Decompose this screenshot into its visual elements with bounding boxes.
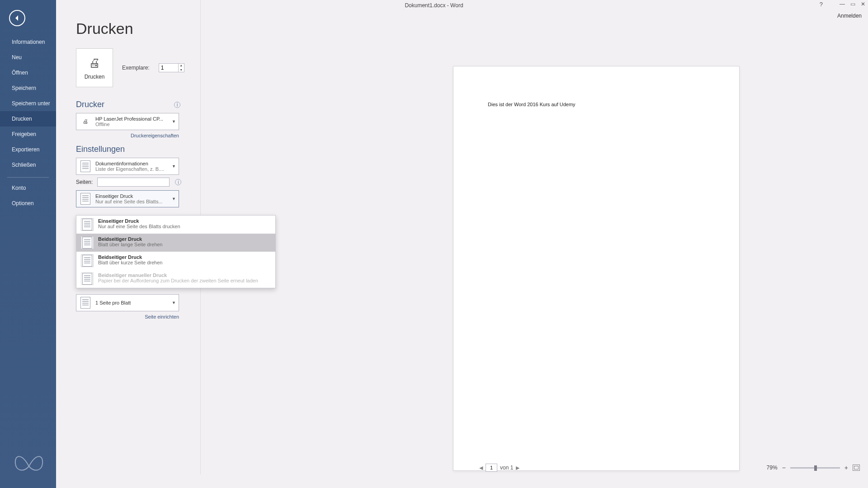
zoom-value: 79% <box>767 465 778 471</box>
page-preview: Dies ist der Word 2016 Kurs auf Udemy <box>453 66 740 471</box>
pages-input[interactable] <box>97 178 170 187</box>
nav-item-konto[interactable]: Konto <box>0 180 56 196</box>
zoom-controls: 79% − + <box>767 464 860 471</box>
printer-name: HP LaserJet Professional CP... <box>95 116 163 122</box>
printer-section-header: Drucker i <box>76 100 200 109</box>
duplex-option-sub: Papier bei der Aufforderung zum Drucken … <box>98 278 258 283</box>
nav-item-neu[interactable]: Neu <box>0 50 56 65</box>
duplex-flyout: Einseitiger DruckNur auf eine Seite des … <box>76 215 276 288</box>
duplex-option-title: Beidseitiger Druck <box>98 254 162 260</box>
page-icon <box>81 254 94 267</box>
back-button[interactable] <box>9 10 25 26</box>
print-what-dropdown[interactable]: Dokumentinformationen Liste der Eigensch… <box>76 158 179 175</box>
document-preview-text: Dies ist der Word 2016 Kurs auf Udemy <box>488 102 576 107</box>
duplex-option-sub: Blatt über kurze Seite drehen <box>98 260 162 265</box>
duplex-option-title: Einseitiger Druck <box>98 218 180 224</box>
page-icon <box>81 236 94 249</box>
prev-page-icon[interactable]: ◀ <box>479 465 483 471</box>
chevron-down-icon: ▼ <box>172 119 176 124</box>
document-info-icon <box>79 160 92 173</box>
duplex-option-1[interactable]: Beidseitiger DruckBlatt über lange Seite… <box>76 234 275 252</box>
pages-per-sheet-dropdown[interactable]: 1 Seite pro Blatt ▼ <box>76 294 179 311</box>
duplex-option-sub: Blatt über lange Seite drehen <box>98 242 163 247</box>
duplex-dropdown[interactable]: Einseitiger Druck Nur auf eine Seite des… <box>76 190 179 207</box>
printer-info-icon[interactable]: i <box>174 102 180 108</box>
nav-item-öffnen[interactable]: Öffnen <box>0 65 56 80</box>
nav-item-drucken[interactable]: Drucken <box>0 111 56 127</box>
page-title: Drucken <box>76 20 200 38</box>
zoom-slider[interactable] <box>790 467 840 469</box>
zoom-slider-thumb[interactable] <box>814 465 817 471</box>
zoom-in-button[interactable]: + <box>844 464 848 471</box>
nav-item-speichern-unter[interactable]: Speichern unter <box>0 96 56 111</box>
duplex-option-0[interactable]: Einseitiger DruckNur auf eine Seite des … <box>76 216 275 234</box>
zoom-out-button[interactable]: − <box>782 464 786 471</box>
nav-item-informationen[interactable]: Informationen <box>0 34 56 50</box>
print-button[interactable]: 🖨 Drucken <box>76 48 113 87</box>
pages-info-icon[interactable]: i <box>175 179 181 185</box>
printer-properties-link[interactable]: Druckereigenschaften <box>76 133 179 138</box>
nav-item-freigeben[interactable]: Freigeben <box>0 127 56 142</box>
copies-spinner[interactable]: ▲ ▼ <box>159 63 184 72</box>
duplex-option-title: Beidseitiger Druck <box>98 236 163 242</box>
chevron-down-icon: ▼ <box>172 300 176 305</box>
preview-area: Dies ist der Word 2016 Kurs auf Udemy ◀ … <box>259 0 868 474</box>
spinner-up-icon[interactable]: ▲ <box>179 63 184 68</box>
settings-section-header: Einstellungen <box>76 145 200 154</box>
pages-row: Seiten: i <box>76 178 200 187</box>
nav-item-exportieren[interactable]: Exportieren <box>0 142 56 157</box>
zoom-fit-button[interactable] <box>853 465 860 471</box>
current-page-input[interactable] <box>486 464 497 472</box>
print-button-label: Drucken <box>85 74 105 80</box>
backstage-sidebar: InformationenNeuÖffnenSpeichernSpeichern… <box>0 0 56 488</box>
duplex-option-sub: Nur auf eine Seite des Blatts drucken <box>98 224 180 229</box>
pages-label: Seiten: <box>76 179 93 185</box>
page-navigator: ◀ von 1 ▶ <box>479 464 519 472</box>
chevron-down-icon: ▼ <box>172 197 176 201</box>
page-icon <box>81 218 94 231</box>
copies-label: Exemplare: <box>122 65 150 71</box>
printer-status-icon: 🖨 <box>79 115 92 128</box>
nav-item-speichern[interactable]: Speichern <box>0 80 56 96</box>
page-total-label: von 1 <box>500 465 513 471</box>
page-icon <box>81 272 94 285</box>
next-page-icon[interactable]: ▶ <box>516 465 519 471</box>
spinner-down-icon[interactable]: ▼ <box>179 68 184 72</box>
arrow-left-icon <box>14 14 21 22</box>
butterfly-logo-icon <box>13 448 45 477</box>
copies-input[interactable] <box>159 65 178 71</box>
preview-statusbar: ◀ von 1 ▶ 79% − + <box>461 461 868 474</box>
nav-item-optionen[interactable]: Optionen <box>0 196 56 211</box>
page-setup-link[interactable]: Seite einrichten <box>76 314 179 319</box>
duplex-option-3: Beidseitiger manueller DruckPapier bei d… <box>76 270 275 288</box>
printer-icon: 🖨 <box>89 56 100 70</box>
print-block: 🖨 Drucken Exemplare: ▲ ▼ <box>76 48 200 87</box>
single-page-icon <box>79 192 92 205</box>
page-layout-icon <box>79 296 92 309</box>
nav-separator <box>7 177 49 178</box>
chevron-down-icon: ▼ <box>172 164 176 169</box>
printer-status: Offline <box>95 122 163 127</box>
printer-dropdown[interactable]: 🖨 HP LaserJet Professional CP... Offline… <box>76 113 179 130</box>
duplex-option-2[interactable]: Beidseitiger DruckBlatt über kurze Seite… <box>76 252 275 270</box>
nav-item-schließen[interactable]: Schließen <box>0 157 56 173</box>
duplex-option-title: Beidseitiger manueller Druck <box>98 272 258 278</box>
